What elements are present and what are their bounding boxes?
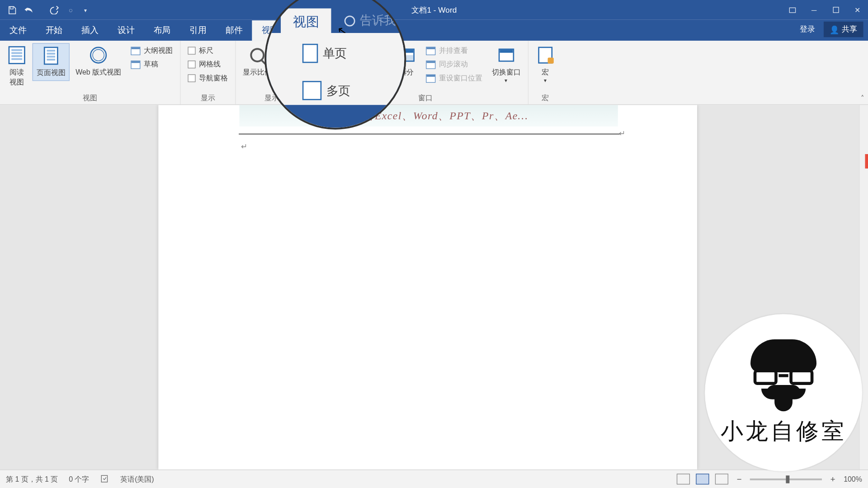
gridlines-label: 网格线 — [199, 59, 221, 70]
group-show-label: 显示 — [184, 90, 231, 104]
redo-icon[interactable] — [48, 4, 60, 16]
new-window-button[interactable] — [326, 43, 353, 70]
macros-button[interactable]: 宏 ▾ — [532, 43, 558, 86]
read-mode-label: 阅读 视图 — [9, 67, 24, 88]
svg-rect-3 — [101, 475, 107, 482]
print-layout-label: 页面视图 — [37, 68, 66, 78]
reset-icon — [426, 74, 435, 83]
split-button[interactable]: 拆分 — [393, 43, 420, 80]
outline-icon — [131, 47, 140, 55]
checkbox-icon — [188, 75, 195, 82]
quick-access-toolbar: ○ ▾ — [0, 4, 87, 16]
web-layout-icon — [89, 46, 108, 65]
collapse-ribbon-icon[interactable]: ˄ — [861, 94, 864, 102]
tell-me[interactable]: 告诉我做什么… — [297, 25, 367, 41]
ruler-checkbox[interactable]: 标尺 — [188, 46, 228, 56]
group-show: 标尺 网格线 导航窗格 显示 — [180, 41, 236, 104]
paragraph-mark-icon: ↵ — [241, 142, 248, 151]
login-button[interactable]: 登录 — [795, 22, 820, 38]
arrange-icon — [363, 46, 382, 65]
macros-icon — [536, 46, 555, 65]
zoom-out-button[interactable]: − — [735, 474, 744, 484]
read-mode-view-icon[interactable] — [677, 474, 690, 484]
print-layout-button[interactable]: 页面视图 — [33, 43, 70, 81]
zoom-label: 显示比例 — [243, 67, 272, 78]
close-icon[interactable]: ✕ — [846, 0, 868, 20]
draft-icon — [131, 60, 140, 69]
tab-view[interactable]: 视图 — [252, 20, 288, 41]
group-window: 全部重排 拆分 并排查看 同步滚动 重设窗口位置 切换窗口 ▾ 窗口 — [323, 41, 528, 104]
tab-file[interactable]: 文件 — [0, 20, 36, 41]
page-indicator[interactable]: 第 1 页，共 1 页 — [6, 474, 58, 484]
zoom-slider[interactable] — [750, 478, 822, 480]
tell-me-hint: 做什么… — [335, 25, 367, 36]
group-zoom: 显示比例 单页 多页 显示比例 — [236, 41, 322, 104]
web-layout-label: Web 版式视图 — [75, 67, 121, 78]
gridlines-checkbox[interactable]: 网格线 — [188, 59, 228, 70]
web-layout-view-icon[interactable] — [715, 474, 728, 484]
touch-mode-icon[interactable]: ○ — [65, 4, 77, 16]
read-mode-icon — [7, 46, 26, 65]
svg-rect-2 — [833, 7, 839, 13]
window-title: 文档1 - Word — [411, 5, 457, 15]
vertical-scrollbar[interactable] — [859, 105, 868, 469]
ribbon-options-icon[interactable] — [782, 0, 803, 20]
document-header-banner: 一起聊聊Excel、Word、PPT、Pr、Ae… — [239, 105, 618, 127]
document-page[interactable] — [158, 105, 697, 469]
chevron-down-icon: ▾ — [544, 77, 547, 83]
save-icon[interactable] — [6, 4, 18, 16]
one-page-label: 单页 — [293, 48, 312, 61]
maximize-icon[interactable] — [825, 0, 847, 20]
side-label: 并排查看 — [439, 46, 468, 56]
one-page-button[interactable]: 单页 — [281, 48, 315, 61]
group-zoom-label: 显示比例 — [239, 90, 318, 104]
outline-view-button[interactable]: 大纲视图 — [131, 46, 173, 56]
sync-icon — [426, 60, 435, 69]
undo-icon[interactable] — [23, 4, 35, 16]
switch-windows-button[interactable]: 切换窗口 ▾ — [488, 43, 524, 86]
minimize-icon[interactable]: ─ — [803, 0, 825, 20]
multi-page-label: 多页 — [296, 69, 315, 82]
sync-label: 同步滚动 — [439, 59, 468, 70]
ribbon: 阅读 视图 页面视图 Web 版式视图 大纲视图 草稿 视图 — [0, 41, 868, 105]
zoom-button[interactable]: 显示比例 — [239, 43, 275, 80]
web-layout-button[interactable]: Web 版式视图 — [72, 43, 125, 80]
navigation-checkbox[interactable]: 导航窗格 — [188, 73, 228, 84]
print-layout-view-icon[interactable] — [696, 474, 709, 484]
qat-customize-icon[interactable]: ▾ — [84, 7, 87, 13]
new-window-icon — [330, 46, 349, 65]
language-indicator[interactable]: 英语(美国) — [120, 474, 154, 484]
title-bar: ○ ▾ 文档1 - Word ─ ✕ — [0, 0, 868, 20]
tab-design[interactable]: 设计 — [108, 20, 144, 41]
tab-layout[interactable]: 布局 — [144, 20, 180, 41]
group-macros: 宏 ▾ 宏 — [528, 41, 562, 104]
checkbox-icon — [188, 61, 195, 68]
chevron-down-icon: ▾ — [505, 77, 508, 83]
share-button[interactable]: 👤共享 — [824, 22, 863, 38]
nav-label: 导航窗格 — [199, 73, 228, 84]
word-count[interactable]: 0 个字 — [69, 474, 89, 484]
multi-page-button[interactable]: 多页 — [281, 69, 315, 82]
read-mode-button[interactable]: 阅读 视图 — [4, 43, 30, 90]
arrange-all-button[interactable]: 全部重排 — [355, 43, 391, 80]
zoom-level[interactable]: 100% — [844, 475, 862, 483]
draft-view-button[interactable]: 草稿 — [131, 59, 173, 70]
status-bar: 第 1 页，共 1 页 0 个字 英语(美国) − + 100% — [0, 469, 868, 488]
switch-label: 切换窗口 — [492, 67, 521, 78]
arrange-label: 全部重排 — [359, 67, 387, 78]
draft-label: 草稿 — [144, 59, 158, 70]
tab-references[interactable]: 引用 — [180, 20, 216, 41]
tab-home[interactable]: 开始 — [36, 20, 72, 41]
paragraph-mark-icon: ↵ — [619, 129, 626, 138]
banner-text: 一起聊聊Excel、Word、PPT、Pr、Ae… — [329, 108, 528, 123]
proofing-icon[interactable] — [100, 474, 109, 485]
tab-insert[interactable]: 插入 — [72, 20, 108, 41]
tab-mailings[interactable]: 邮件 — [216, 20, 252, 41]
person-icon: 👤 — [830, 25, 839, 34]
zoom-icon — [248, 46, 267, 65]
reset-label: 重设窗口位置 — [439, 73, 482, 84]
macros-label: 宏 — [542, 67, 549, 78]
split-label: 拆分 — [400, 67, 414, 78]
zoom-in-button[interactable]: + — [828, 474, 838, 484]
watermark-avatar: 小龙自修室 — [705, 314, 862, 471]
